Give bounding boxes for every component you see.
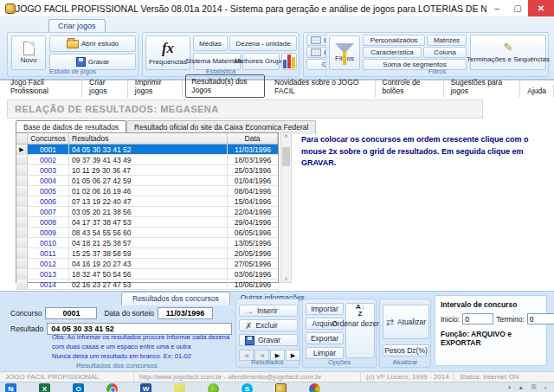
cell-data[interactable]: 22/04/1996 bbox=[228, 207, 278, 216]
table-row[interactable]: 000703 05 20 21 38 5622/04/1996 bbox=[16, 207, 278, 217]
cell-data[interactable]: 06/05/1996 bbox=[228, 228, 278, 237]
cell-data[interactable]: 18/03/1996 bbox=[228, 155, 278, 164]
cell-resultado[interactable]: 18 32 47 50 54 56 bbox=[69, 269, 228, 279]
cell-data[interactable]: 15/04/1996 bbox=[228, 196, 278, 206]
table-row[interactable]: 001402 16 23 27 47 5310/06/1996 bbox=[16, 280, 278, 290]
cell-concurso[interactable]: 0012 bbox=[28, 259, 69, 268]
chrome-icon[interactable] bbox=[106, 383, 118, 392]
cell-resultado[interactable]: 03 05 20 21 38 56 bbox=[69, 207, 228, 216]
pesos-dz-button[interactable]: Pesos Dz(%) bbox=[383, 344, 429, 357]
table-row[interactable]: 000401 05 06 27 42 5901/04/1996 bbox=[16, 176, 278, 186]
cell-concurso[interactable]: 0002 bbox=[28, 155, 69, 164]
nav-tab-1[interactable]: Criar jogos bbox=[82, 76, 128, 98]
skype-icon[interactable]: S bbox=[242, 383, 253, 392]
ribbon-tab-criar-jogos[interactable]: Criar jogos bbox=[48, 19, 106, 32]
cell-resultado[interactable]: 07 13 19 22 40 47 bbox=[69, 196, 228, 206]
excluir-button[interactable]: ✗ Excluir bbox=[239, 319, 298, 331]
cell-data[interactable]: 03/06/1996 bbox=[228, 269, 278, 279]
cell-resultado[interactable]: 04 16 19 20 27 43 bbox=[69, 259, 228, 268]
minimize-button[interactable]: – bbox=[486, 0, 507, 16]
ordenar-dezenas-button[interactable]: A↓ Z Ordenar dezenas bbox=[345, 303, 375, 358]
column-header-concursos[interactable]: Concursos bbox=[28, 133, 69, 144]
word-icon[interactable]: W bbox=[140, 383, 151, 392]
table-row[interactable]: 000804 17 37 38 47 5329/04/1996 bbox=[16, 217, 278, 228]
cell-data[interactable]: 13/05/1996 bbox=[228, 238, 278, 247]
cell-resultado[interactable]: 15 25 37 38 58 59 bbox=[69, 248, 228, 258]
table-row[interactable]: 000501 02 06 16 19 4608/04/1996 bbox=[16, 186, 278, 196]
cell-data[interactable]: 20/05/1996 bbox=[228, 248, 278, 258]
cell-data[interactable]: 29/04/1996 bbox=[228, 217, 278, 227]
cell-concurso[interactable]: 0011 bbox=[28, 248, 69, 258]
nav-tab-7[interactable]: Ajuda bbox=[520, 85, 554, 98]
cell-concurso[interactable]: 0010 bbox=[28, 238, 69, 247]
novo-button[interactable]: Novo bbox=[11, 35, 46, 70]
cell-resultado[interactable]: 04 17 37 38 47 53 bbox=[69, 217, 228, 227]
table-row[interactable]: ▶000104 05 30 33 41 5211/03/1996 bbox=[16, 145, 278, 155]
cell-concurso[interactable]: 0003 bbox=[28, 165, 69, 175]
excel-icon[interactable]: X bbox=[39, 383, 50, 392]
grid-vertical-scrollbar[interactable]: ˄ ˅ bbox=[280, 132, 292, 283]
teamviewer-icon[interactable]: ⇆ bbox=[5, 383, 16, 392]
cell-resultado[interactable]: 08 43 54 55 56 60 bbox=[69, 228, 228, 237]
paint-icon[interactable] bbox=[309, 383, 320, 392]
limpar-button[interactable]: Limpar bbox=[306, 347, 344, 359]
bottom-tab-resultados[interactable]: Resultados dos concursos bbox=[121, 292, 230, 305]
cell-data[interactable]: 25/03/1996 bbox=[228, 165, 278, 175]
cell-resultado[interactable]: 09 37 39 41 43 49 bbox=[69, 155, 228, 164]
tray-cloud-icon[interactable]: ▲ bbox=[518, 384, 524, 390]
tray-volume-icon[interactable]: ◖ bbox=[544, 384, 547, 390]
termino-field[interactable] bbox=[527, 313, 554, 325]
column-header-resultados[interactable]: Resultados bbox=[69, 133, 228, 144]
nav-tab-5[interactable]: Controle de bolões bbox=[376, 76, 444, 98]
tray-network-icon[interactable]: ▥ bbox=[531, 383, 537, 390]
concurso-field[interactable] bbox=[45, 307, 97, 319]
medias-button[interactable]: Médias bbox=[193, 35, 228, 51]
nav-tab-6[interactable]: Sugestões para jogos bbox=[444, 76, 521, 98]
importar-button[interactable]: Importar bbox=[306, 303, 344, 315]
cell-concurso[interactable]: 0005 bbox=[28, 186, 69, 196]
close-button[interactable]: ✕ bbox=[528, 0, 554, 16]
inicio-field[interactable] bbox=[462, 313, 493, 325]
cell-data[interactable]: 11/03/1996 bbox=[228, 145, 278, 154]
table-row[interactable]: 001115 25 37 38 58 5920/05/1996 bbox=[16, 248, 278, 259]
jogofacil-icon[interactable] bbox=[275, 383, 287, 392]
table-row[interactable]: 000209 37 39 41 43 4918/03/1996 bbox=[16, 155, 278, 165]
table-row[interactable]: 001318 32 47 50 54 5603/06/1996 bbox=[16, 269, 278, 280]
exportar-button[interactable]: Exportar bbox=[306, 332, 344, 344]
frequencias-button[interactable]: fx Frequencias bbox=[145, 35, 190, 70]
tray-hidden-icons[interactable]: ▴ bbox=[508, 383, 512, 390]
cell-data[interactable]: 01/04/1996 bbox=[228, 176, 278, 185]
maximize-button[interactable]: ▢ bbox=[507, 0, 528, 16]
nav-tab-4[interactable]: Novidades sobre o JOGO FACIL bbox=[267, 76, 375, 98]
cell-resultado[interactable]: 01 02 06 16 19 46 bbox=[69, 186, 228, 196]
dezena-unidade-button[interactable]: Dezena - unidade bbox=[229, 35, 297, 51]
cell-concurso[interactable]: 0008 bbox=[28, 217, 69, 227]
cell-concurso[interactable]: 0001 bbox=[28, 145, 69, 154]
cell-concurso[interactable]: 0006 bbox=[28, 196, 69, 206]
scroll-down-icon[interactable]: ˅ bbox=[284, 276, 287, 282]
cell-concurso[interactable]: 0009 bbox=[28, 228, 69, 237]
table-row[interactable]: 000908 43 54 55 56 6006/05/1996 bbox=[16, 228, 278, 238]
cell-concurso[interactable]: 0013 bbox=[28, 269, 69, 279]
table-row[interactable]: 001204 16 19 20 27 4327/05/1996 bbox=[16, 259, 278, 269]
notes-icon[interactable] bbox=[174, 383, 185, 392]
cell-concurso[interactable]: 0014 bbox=[28, 280, 69, 289]
abrir-estudo-button[interactable]: Abrir estudo bbox=[49, 35, 136, 52]
scroll-thumb[interactable] bbox=[282, 147, 290, 166]
outlook-icon[interactable]: O bbox=[73, 383, 84, 392]
table-row[interactable]: 001004 18 21 25 38 5713/05/1996 bbox=[16, 238, 278, 248]
gravar-result-button[interactable]: Gravar bbox=[239, 334, 298, 346]
nav-tab-2[interactable]: Imprimir jogos bbox=[128, 76, 183, 98]
cell-concurso[interactable]: 0007 bbox=[28, 207, 69, 216]
cell-resultado[interactable]: 01 05 06 27 42 59 bbox=[69, 176, 228, 185]
cell-concurso[interactable]: 0004 bbox=[28, 176, 69, 185]
scroll-up-icon[interactable]: ˄ bbox=[284, 133, 287, 139]
inserir-button[interactable]: → Inserir bbox=[239, 305, 298, 317]
table-row[interactable]: 000607 13 19 22 40 4715/04/1996 bbox=[16, 196, 278, 207]
cell-resultado[interactable]: 04 18 21 25 38 57 bbox=[69, 238, 228, 247]
nav-tab-3[interactable]: Resultado(s) dos Jogos bbox=[185, 74, 265, 98]
nav-tab-0[interactable]: Jogo Facil Profissional bbox=[3, 76, 82, 98]
cell-resultado[interactable]: 04 05 30 33 41 52 bbox=[69, 145, 228, 154]
cell-resultado[interactable]: 10 11 29 30 36 47 bbox=[69, 165, 228, 175]
cell-data[interactable]: 10/06/1996 bbox=[228, 280, 278, 289]
